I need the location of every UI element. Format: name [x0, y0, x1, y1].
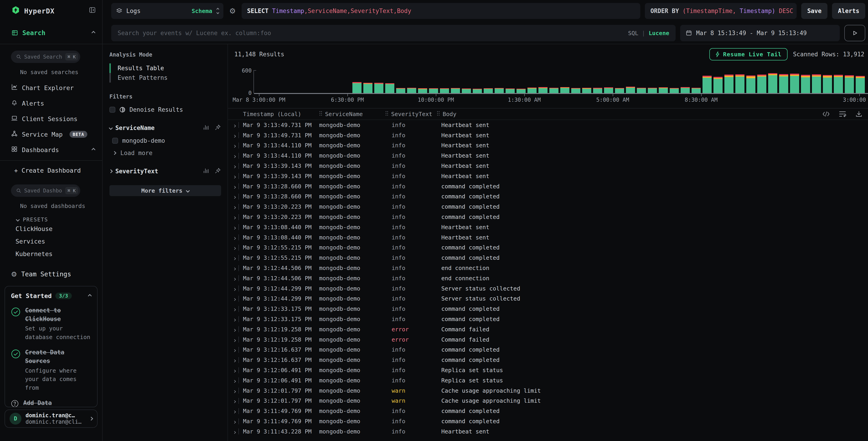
denoise-results-toggle[interactable]: Denoise Results: [110, 106, 221, 113]
table-row[interactable]: Mar 9 3:11:43.228 PMmongodb-demoinfoHear…: [228, 427, 868, 437]
row-expand-icon[interactable]: [234, 132, 239, 139]
sidebar-item-service-map[interactable]: Service MapBETA: [0, 126, 102, 142]
preset-clickhouse[interactable]: ClickHouse: [0, 223, 102, 235]
date-range-picker[interactable]: Mar 8 15:13:49 - Mar 9 15:13:49: [680, 25, 840, 41]
filter-group-severitytext[interactable]: SeverityText: [110, 167, 221, 175]
analysis-mode-event-patterns[interactable]: Event Patterns: [110, 73, 221, 83]
run-query-button[interactable]: [844, 25, 865, 41]
table-row[interactable]: Mar 9 3:13:28.660 PMmongodb-demoinfocomm…: [228, 181, 868, 192]
table-row[interactable]: Mar 9 3:13:39.143 PMmongodb-demoinfoHear…: [228, 161, 868, 171]
row-expand-icon[interactable]: [234, 387, 239, 394]
saved-dashboards-input[interactable]: Saved Dashboards ⌘ K: [11, 184, 80, 197]
row-expand-icon[interactable]: [234, 214, 239, 220]
query-settings-gear-icon[interactable]: ⚙: [228, 7, 237, 15]
table-row[interactable]: Mar 9 3:12:44.506 PMmongodb-demoinfoend …: [228, 263, 868, 273]
drag-handle-icon[interactable]: [437, 110, 440, 118]
row-expand-icon[interactable]: [234, 142, 239, 149]
table-row[interactable]: Mar 9 3:13:20.223 PMmongodb-demoinfocomm…: [228, 202, 868, 212]
table-row[interactable]: Mar 9 3:11:49.769 PMmongodb-demoinfocomm…: [228, 406, 868, 416]
row-expand-icon[interactable]: [234, 377, 239, 384]
table-row[interactable]: Mar 9 3:12:55.215 PMmongodb-demoinfocomm…: [228, 253, 868, 263]
table-row[interactable]: Mar 9 3:12:33.175 PMmongodb-demoinfocomm…: [228, 304, 868, 314]
table-row[interactable]: Mar 9 3:13:08.440 PMmongodb-demoinfoHear…: [228, 232, 868, 243]
row-expand-icon[interactable]: [234, 336, 239, 343]
table-row[interactable]: Mar 9 3:12:16.637 PMmongodb-demoinfocomm…: [228, 345, 868, 355]
pin-icon[interactable]: [215, 124, 221, 132]
row-expand-icon[interactable]: [234, 234, 239, 241]
table-row[interactable]: Mar 9 3:12:16.637 PMmongodb-demoinfocomm…: [228, 355, 868, 365]
table-row[interactable]: Mar 9 3:13:20.223 PMmongodb-demoinfocomm…: [228, 212, 868, 222]
table-row[interactable]: Mar 9 3:12:55.215 PMmongodb-demoinfocomm…: [228, 243, 868, 253]
table-row[interactable]: Mar 9 3:12:44.506 PMmongodb-demoinfoend …: [228, 273, 868, 284]
row-expand-icon[interactable]: [234, 408, 239, 414]
load-more-button[interactable]: Load more: [113, 150, 221, 156]
preset-services[interactable]: Services: [0, 235, 102, 247]
row-expand-icon[interactable]: [234, 224, 239, 231]
alerts-button[interactable]: Alerts: [832, 3, 865, 19]
table-row[interactable]: Mar 9 3:13:49.731 PMmongodb-demoinfoHear…: [228, 120, 868, 130]
sidebar-item-client-sessions[interactable]: Client Sessions: [0, 111, 102, 126]
drag-handle-icon[interactable]: [319, 110, 322, 118]
get-started-item[interactable]: Connect to ClickHouseSet up your databas…: [11, 306, 91, 341]
source-select[interactable]: Logs Schema: [111, 3, 223, 19]
column-header-severitytext[interactable]: SeverityText: [385, 110, 437, 118]
column-header-body[interactable]: Body: [437, 110, 823, 118]
table-row[interactable]: Mar 9 3:13:44.110 PMmongodb-demoinfoHear…: [228, 141, 868, 151]
chevron-up-icon[interactable]: [88, 294, 92, 298]
table-row[interactable]: Mar 9 3:12:44.299 PMmongodb-demoinfoServ…: [228, 294, 868, 304]
table-row[interactable]: Mar 9 3:11:49.769 PMmongodb-demoinfocomm…: [228, 416, 868, 427]
save-button[interactable]: Save: [801, 3, 828, 19]
search-events-input[interactable]: Search your events w/ Lucene ex. column:…: [111, 25, 676, 41]
row-expand-icon[interactable]: [234, 244, 239, 251]
chart-icon[interactable]: [203, 167, 209, 175]
table-row[interactable]: Mar 9 3:12:44.299 PMmongodb-demoinfoServ…: [228, 284, 868, 294]
row-expand-icon[interactable]: [234, 418, 239, 424]
row-expand-icon[interactable]: [234, 163, 239, 169]
row-expand-icon[interactable]: [234, 193, 239, 200]
pin-icon[interactable]: [215, 167, 221, 175]
query-language-toggle[interactable]: SQL | Lucene: [628, 30, 669, 36]
get-started-item[interactable]: Create Data SourcesConfigure where your …: [11, 348, 91, 392]
row-expand-icon[interactable]: [234, 428, 239, 435]
sidebar-item-team-settings[interactable]: ⚙ Team Settings: [0, 270, 102, 278]
denoise-checkbox[interactable]: [110, 107, 115, 113]
row-expand-icon[interactable]: [234, 152, 239, 159]
row-expand-icon[interactable]: [234, 316, 239, 322]
table-row[interactable]: Mar 9 3:13:44.110 PMmongodb-demoinfoHear…: [228, 150, 868, 161]
table-row[interactable]: Mar 9 3:12:06.491 PMmongodb-demoinfoRepl…: [228, 375, 868, 386]
resume-live-tail-button[interactable]: Resume Live Tail: [709, 48, 787, 60]
create-dashboard-button[interactable]: + Create Dashboard: [0, 163, 102, 178]
filter-value-mongodb-demo[interactable]: mongodb-demo: [112, 137, 221, 144]
sidebar-item-dashboards[interactable]: Dashboards: [0, 142, 102, 157]
row-expand-icon[interactable]: [234, 346, 239, 353]
row-expand-icon[interactable]: [234, 285, 239, 292]
column-header-timestamp[interactable]: Timestamp (Local): [243, 111, 319, 117]
row-expand-icon[interactable]: [234, 173, 239, 179]
sidebar-item-search[interactable]: Search: [0, 22, 102, 44]
saved-searches-input[interactable]: Saved Searches ⌘ K: [11, 51, 80, 63]
more-filters-button[interactable]: More filters: [110, 185, 221, 196]
analysis-mode-results-table[interactable]: Results Table: [110, 63, 221, 73]
chevron-up-icon[interactable]: [92, 31, 95, 35]
row-expand-icon[interactable]: [234, 265, 239, 271]
row-expand-icon[interactable]: [234, 295, 239, 302]
row-expand-icon[interactable]: [234, 203, 239, 210]
row-expand-icon[interactable]: [234, 275, 239, 282]
download-icon[interactable]: [855, 111, 863, 117]
table-row[interactable]: Mar 9 3:13:08.440 PMmongodb-demoinfoHear…: [228, 222, 868, 232]
row-expand-icon[interactable]: [234, 398, 239, 404]
table-row[interactable]: Mar 9 3:13:28.660 PMmongodb-demoinfocomm…: [228, 192, 868, 202]
row-expand-icon[interactable]: [234, 122, 239, 128]
presets-toggle[interactable]: PRESETS: [17, 217, 102, 223]
row-expand-icon[interactable]: [234, 255, 239, 261]
checkbox[interactable]: [112, 138, 118, 144]
drag-handle-icon[interactable]: [385, 110, 389, 118]
chart-icon[interactable]: [203, 124, 209, 132]
row-expand-icon[interactable]: [234, 326, 239, 333]
table-row[interactable]: Mar 9 3:12:19.258 PMmongodb-demoerrorCom…: [228, 324, 868, 334]
sidebar-collapse-icon[interactable]: [89, 7, 96, 15]
table-row[interactable]: Mar 9 3:12:01.797 PMmongodb-demowarnCach…: [228, 386, 868, 396]
table-row[interactable]: Mar 9 3:13:49.731 PMmongodb-demoinfoHear…: [228, 130, 868, 141]
sidebar-item-chart-explorer[interactable]: Chart Explorer: [0, 80, 102, 95]
table-row[interactable]: Mar 9 3:12:19.258 PMmongodb-demoerrorCom…: [228, 334, 868, 345]
